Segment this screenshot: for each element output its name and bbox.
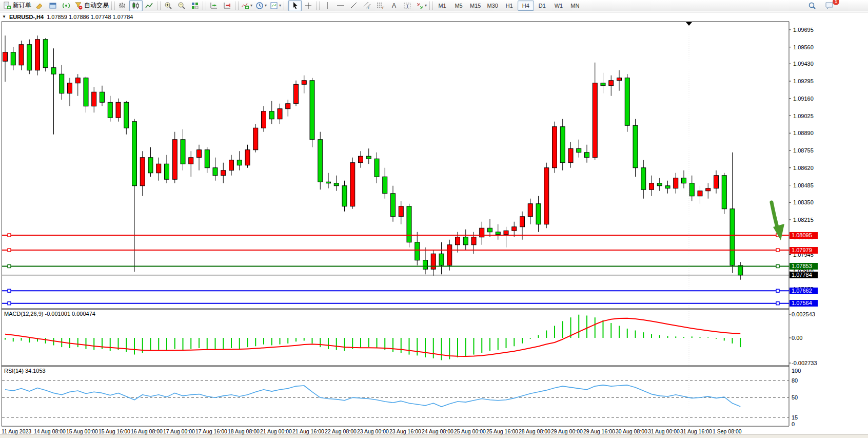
- time-axis-label: 23 Aug 00:00: [357, 428, 389, 434]
- time-axis-label: 14 Aug 08:00: [34, 428, 66, 434]
- price-tick-label: 1.08485: [793, 182, 814, 188]
- price-tick-label: 1.09295: [793, 78, 814, 84]
- time-axis-label: 31 Aug 16:00: [680, 428, 712, 434]
- line-price-label: 1.07853: [790, 263, 818, 270]
- rsi-axis-label: 0: [792, 421, 795, 427]
- time-axis-label: 17 Aug 00:00: [163, 428, 195, 434]
- line-price-label: 1.08095: [790, 232, 818, 239]
- rsi-indicator-label: RSI(14) 34.1053: [4, 368, 46, 374]
- time-axis-label: 23 Aug 16:00: [389, 428, 421, 434]
- price-tick-label: 1.09695: [793, 27, 814, 33]
- price-tick-label: 1.09560: [793, 44, 814, 50]
- time-axis-label: 29 Aug 00:00: [551, 428, 583, 434]
- macd-axis-label: 0.002543: [792, 311, 815, 317]
- status-bar: [0, 434, 868, 438]
- time-axis-label: 17 Aug 16:00: [195, 428, 227, 434]
- time-axis-label: 21 Aug 00:00: [260, 428, 292, 434]
- time-axis-label: 15 Aug 00:00: [66, 428, 98, 434]
- time-axis-label: 15 Aug 16:00: [98, 428, 130, 434]
- price-tick-label: 1.08620: [793, 165, 814, 171]
- time-axis-label: 25 Aug 16:00: [486, 428, 518, 434]
- time-axis-label: 22 Aug 08:00: [325, 428, 357, 434]
- price-tick-label: 1.08755: [793, 147, 814, 154]
- time-axis-label: 28 Aug 08:00: [519, 428, 550, 434]
- time-axis-label: 30 Aug 08:00: [616, 428, 647, 434]
- rsi-axis-label: 15: [792, 414, 798, 421]
- price-tick-label: 1.09025: [793, 113, 814, 119]
- time-axis-label: 25 Aug 00:00: [454, 428, 486, 434]
- rsi-axis-label: 50: [792, 394, 798, 401]
- time-axis-label: 11 Aug 2023: [2, 428, 31, 434]
- bid-price-label: 1.07784: [790, 272, 818, 278]
- time-axis-label: 24 Aug 08:00: [422, 428, 453, 434]
- price-tick-label: 1.08350: [793, 199, 814, 205]
- annotation-arrow-down: [772, 202, 784, 240]
- macd-axis-label: 0.00: [792, 335, 802, 341]
- rsi-axis-label: 80: [792, 377, 798, 384]
- time-axis-label: 31 Aug 00:00: [648, 428, 680, 434]
- candlestick-series: [3, 35, 743, 280]
- chart-canvas[interactable]: [0, 0, 868, 438]
- price-tick-label: 1.09160: [793, 96, 814, 102]
- macd-histogram: [5, 315, 740, 360]
- rsi-axis-label: 100: [792, 368, 801, 374]
- price-tick-label: 1.08890: [793, 130, 814, 136]
- line-price-label: 1.07564: [790, 300, 818, 307]
- time-axis-label: 21 Aug 16:00: [292, 428, 324, 434]
- time-axis-label: 29 Aug 16:00: [583, 428, 615, 434]
- price-tick-label: 1.08215: [793, 217, 814, 223]
- price-tick-label: 1.09430: [793, 61, 814, 67]
- macd-axis-label: -0.002733: [792, 360, 817, 366]
- time-axis-label: 1 Sep 08:00: [713, 428, 742, 434]
- macd-indicator-label: MACD(12,26,9) -0.001001 0.000474: [4, 311, 95, 317]
- line-price-label: 1.07979: [790, 247, 818, 254]
- time-axis-label: 18 Aug 08:00: [228, 428, 260, 434]
- line-price-label: 1.07662: [790, 288, 818, 294]
- time-axis-label: 16 Aug 08:00: [131, 428, 163, 434]
